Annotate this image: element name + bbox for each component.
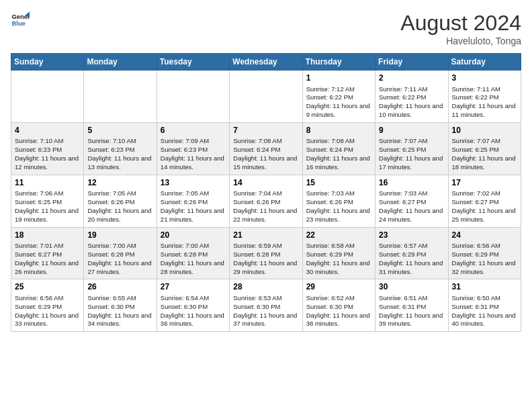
calendar-cell: 3Sunrise: 7:11 AM Sunset: 6:22 PM Daylig… <box>448 71 521 123</box>
day-info: Sunrise: 7:10 AM Sunset: 6:23 PM Dayligh… <box>15 137 80 171</box>
day-number: 29 <box>306 282 371 293</box>
column-header-monday: Monday <box>84 54 157 71</box>
day-info: Sunrise: 7:05 AM Sunset: 6:26 PM Dayligh… <box>161 189 226 224</box>
day-info: Sunrise: 6:55 AM Sunset: 6:30 PM Dayligh… <box>87 294 152 328</box>
calendar-cell: 22Sunrise: 6:58 AM Sunset: 6:29 PM Dayli… <box>302 227 375 279</box>
day-info: Sunrise: 6:57 AM Sunset: 6:29 PM Dayligh… <box>379 242 444 276</box>
day-info: Sunrise: 7:08 AM Sunset: 6:24 PM Dayligh… <box>306 137 371 171</box>
day-info: Sunrise: 6:53 AM Sunset: 6:30 PM Dayligh… <box>233 294 298 328</box>
day-info: Sunrise: 7:07 AM Sunset: 6:25 PM Dayligh… <box>379 137 444 171</box>
day-number: 13 <box>161 178 226 189</box>
location-subtitle: Haveluloto, Tonga <box>400 36 521 46</box>
calendar-cell: 8Sunrise: 7:08 AM Sunset: 6:24 PM Daylig… <box>302 122 375 175</box>
day-info: Sunrise: 7:09 AM Sunset: 6:23 PM Dayligh… <box>161 137 226 171</box>
calendar-cell: 7Sunrise: 7:08 AM Sunset: 6:24 PM Daylig… <box>230 122 302 175</box>
day-number: 30 <box>379 282 444 293</box>
calendar-week-3: 11Sunrise: 7:06 AM Sunset: 6:25 PM Dayli… <box>11 175 521 227</box>
day-number: 27 <box>161 282 226 293</box>
column-header-friday: Friday <box>375 54 448 71</box>
day-info: Sunrise: 7:10 AM Sunset: 6:23 PM Dayligh… <box>87 137 152 171</box>
calendar-cell: 2Sunrise: 7:11 AM Sunset: 6:22 PM Daylig… <box>375 71 448 123</box>
title-block: August 2024 Haveluloto, Tonga <box>400 11 521 46</box>
calendar-cell: 23Sunrise: 6:57 AM Sunset: 6:29 PM Dayli… <box>375 227 448 279</box>
calendar-cell: 18Sunrise: 7:01 AM Sunset: 6:27 PM Dayli… <box>11 227 84 279</box>
day-number: 17 <box>452 178 517 189</box>
day-number: 10 <box>452 126 517 136</box>
calendar-cell: 30Sunrise: 6:51 AM Sunset: 6:31 PM Dayli… <box>375 279 448 332</box>
calendar-cell: 12Sunrise: 7:05 AM Sunset: 6:26 PM Dayli… <box>84 175 157 227</box>
calendar-cell: 26Sunrise: 6:55 AM Sunset: 6:30 PM Dayli… <box>84 279 157 332</box>
column-header-sunday: Sunday <box>11 54 84 71</box>
day-number: 21 <box>233 230 298 241</box>
month-year-title: August 2024 <box>400 11 521 36</box>
day-number: 8 <box>306 126 371 136</box>
day-number: 11 <box>15 178 80 189</box>
day-number: 2 <box>379 73 444 84</box>
calendar-cell: 6Sunrise: 7:09 AM Sunset: 6:23 PM Daylig… <box>157 122 229 175</box>
day-info: Sunrise: 6:52 AM Sunset: 6:30 PM Dayligh… <box>306 294 371 328</box>
calendar-week-4: 18Sunrise: 7:01 AM Sunset: 6:27 PM Dayli… <box>11 227 521 279</box>
day-number: 24 <box>452 230 517 241</box>
day-number: 6 <box>161 126 226 136</box>
day-info: Sunrise: 7:03 AM Sunset: 6:27 PM Dayligh… <box>379 189 444 224</box>
day-info: Sunrise: 6:50 AM Sunset: 6:31 PM Dayligh… <box>452 294 517 328</box>
day-info: Sunrise: 6:51 AM Sunset: 6:31 PM Dayligh… <box>379 294 444 328</box>
calendar-cell: 19Sunrise: 7:00 AM Sunset: 6:28 PM Dayli… <box>84 227 157 279</box>
day-number: 12 <box>87 178 152 189</box>
day-info: Sunrise: 7:05 AM Sunset: 6:26 PM Dayligh… <box>87 189 152 224</box>
day-number: 18 <box>15 230 80 241</box>
calendar-cell: 4Sunrise: 7:10 AM Sunset: 6:23 PM Daylig… <box>11 122 84 175</box>
day-number: 9 <box>379 126 444 136</box>
calendar-cell: 10Sunrise: 7:07 AM Sunset: 6:25 PM Dayli… <box>448 122 521 175</box>
day-info: Sunrise: 7:00 AM Sunset: 6:28 PM Dayligh… <box>161 242 226 276</box>
day-info: Sunrise: 6:59 AM Sunset: 6:28 PM Dayligh… <box>233 242 298 276</box>
calendar-week-5: 25Sunrise: 6:56 AM Sunset: 6:29 PM Dayli… <box>11 279 521 332</box>
calendar-cell: 9Sunrise: 7:07 AM Sunset: 6:25 PM Daylig… <box>375 122 448 175</box>
calendar-week-1: 1Sunrise: 7:12 AM Sunset: 6:22 PM Daylig… <box>11 71 521 123</box>
day-number: 19 <box>87 230 152 241</box>
column-header-thursday: Thursday <box>302 54 375 71</box>
day-info: Sunrise: 7:11 AM Sunset: 6:22 PM Dayligh… <box>379 85 444 120</box>
logo: General Blue <box>11 11 30 30</box>
day-number: 1 <box>306 73 371 84</box>
calendar-cell <box>230 71 302 123</box>
day-info: Sunrise: 6:54 AM Sunset: 6:30 PM Dayligh… <box>161 294 226 328</box>
calendar-cell <box>11 71 84 123</box>
day-number: 26 <box>87 282 152 293</box>
day-number: 23 <box>379 230 444 241</box>
calendar-cell: 14Sunrise: 7:04 AM Sunset: 6:26 PM Dayli… <box>230 175 302 227</box>
day-info: Sunrise: 7:03 AM Sunset: 6:26 PM Dayligh… <box>306 189 371 224</box>
column-header-saturday: Saturday <box>448 54 521 71</box>
day-info: Sunrise: 6:58 AM Sunset: 6:29 PM Dayligh… <box>306 242 371 276</box>
day-number: 31 <box>452 282 517 293</box>
calendar-cell: 28Sunrise: 6:53 AM Sunset: 6:30 PM Dayli… <box>230 279 302 332</box>
calendar-cell <box>84 71 157 123</box>
day-info: Sunrise: 7:00 AM Sunset: 6:28 PM Dayligh… <box>87 242 152 276</box>
calendar-cell: 21Sunrise: 6:59 AM Sunset: 6:28 PM Dayli… <box>230 227 302 279</box>
logo-icon: General Blue <box>11 11 30 30</box>
day-number: 16 <box>379 178 444 189</box>
calendar-cell <box>157 71 229 123</box>
day-info: Sunrise: 7:04 AM Sunset: 6:26 PM Dayligh… <box>233 189 298 224</box>
calendar-cell: 24Sunrise: 6:56 AM Sunset: 6:29 PM Dayli… <box>448 227 521 279</box>
day-info: Sunrise: 7:02 AM Sunset: 6:27 PM Dayligh… <box>452 189 517 224</box>
day-number: 14 <box>233 178 298 189</box>
day-info: Sunrise: 7:06 AM Sunset: 6:25 PM Dayligh… <box>15 189 80 224</box>
calendar-week-2: 4Sunrise: 7:10 AM Sunset: 6:23 PM Daylig… <box>11 122 521 175</box>
page-header: General Blue August 2024 Haveluloto, Ton… <box>11 11 521 46</box>
calendar-cell: 13Sunrise: 7:05 AM Sunset: 6:26 PM Dayli… <box>157 175 229 227</box>
column-header-tuesday: Tuesday <box>157 54 229 71</box>
day-info: Sunrise: 7:11 AM Sunset: 6:22 PM Dayligh… <box>452 85 517 120</box>
calendar-cell: 15Sunrise: 7:03 AM Sunset: 6:26 PM Dayli… <box>302 175 375 227</box>
day-info: Sunrise: 6:56 AM Sunset: 6:29 PM Dayligh… <box>452 242 517 276</box>
calendar-cell: 1Sunrise: 7:12 AM Sunset: 6:22 PM Daylig… <box>302 71 375 123</box>
calendar-cell: 5Sunrise: 7:10 AM Sunset: 6:23 PM Daylig… <box>84 122 157 175</box>
day-number: 7 <box>233 126 298 136</box>
day-number: 20 <box>161 230 226 241</box>
day-info: Sunrise: 7:08 AM Sunset: 6:24 PM Dayligh… <box>233 137 298 171</box>
calendar-cell: 25Sunrise: 6:56 AM Sunset: 6:29 PM Dayli… <box>11 279 84 332</box>
calendar-cell: 20Sunrise: 7:00 AM Sunset: 6:28 PM Dayli… <box>157 227 229 279</box>
calendar-cell: 31Sunrise: 6:50 AM Sunset: 6:31 PM Dayli… <box>448 279 521 332</box>
calendar-cell: 11Sunrise: 7:06 AM Sunset: 6:25 PM Dayli… <box>11 175 84 227</box>
calendar-cell: 29Sunrise: 6:52 AM Sunset: 6:30 PM Dayli… <box>302 279 375 332</box>
